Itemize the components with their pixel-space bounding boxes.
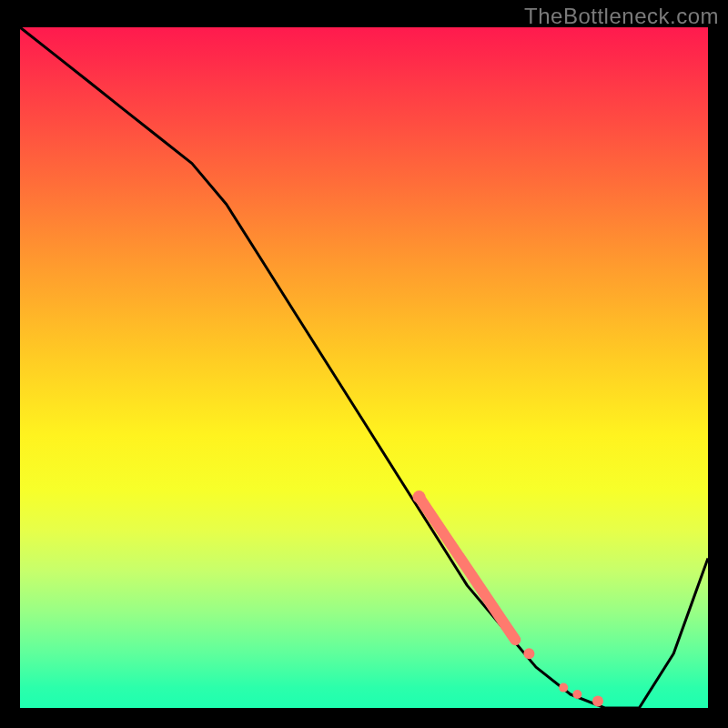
main-curve [20,27,708,708]
chart-frame: TheBottleneck.com [0,0,728,728]
highlight-dot [572,690,581,699]
highlight-start-dot [413,490,426,503]
curve-layer [20,27,708,708]
highlight-segment [420,497,516,640]
highlight-dot [559,683,568,693]
watermark-text: TheBottleneck.com [524,4,719,29]
highlight-dot [523,648,534,659]
chart-svg [20,27,708,708]
highlight-layer [413,490,604,706]
plot-area [20,27,708,708]
highlight-dot [592,696,603,707]
